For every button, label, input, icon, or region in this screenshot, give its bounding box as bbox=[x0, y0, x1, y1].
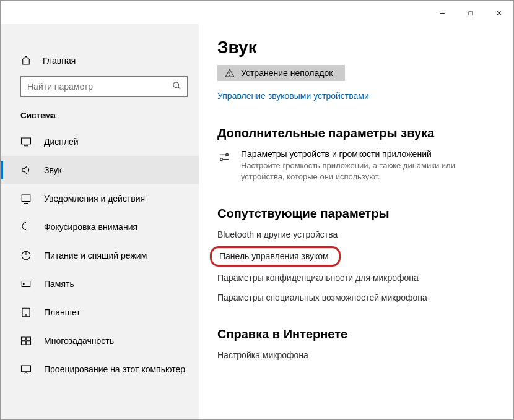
tablet-icon bbox=[20, 307, 32, 318]
svg-point-14 bbox=[226, 154, 229, 156]
focus-icon bbox=[20, 221, 32, 233]
sidebar-item-notifications[interactable]: Уведомления и действия bbox=[1, 184, 199, 213]
highlight-annotation: Панель управления звуком bbox=[210, 246, 341, 267]
home-icon bbox=[20, 55, 32, 66]
app-volume-link[interactable]: Параметры устройств и громкости приложен… bbox=[217, 149, 496, 182]
related-link-sound-control-panel[interactable]: Панель управления звуком bbox=[219, 251, 329, 261]
svg-point-7 bbox=[25, 315, 27, 316]
sliders-icon bbox=[217, 150, 231, 164]
svg-rect-8 bbox=[22, 337, 26, 340]
svg-point-15 bbox=[220, 158, 223, 161]
troubleshoot-button[interactable]: Устранение неполадок bbox=[217, 65, 345, 81]
sidebar-item-label: Дисплей bbox=[44, 137, 79, 147]
project-icon bbox=[20, 364, 32, 375]
sidebar-item-label: Планшет bbox=[44, 307, 81, 317]
svg-point-0 bbox=[173, 82, 179, 88]
help-heading: Справка в Интернете bbox=[217, 327, 496, 341]
storage-icon bbox=[20, 278, 32, 289]
sidebar-item-label: Память bbox=[44, 279, 74, 289]
related-link-mic-accessibility[interactable]: Параметры специальных возможностей микро… bbox=[217, 293, 496, 302]
svg-point-5 bbox=[23, 283, 24, 285]
advanced-heading: Дополнительные параметры звука bbox=[217, 126, 496, 140]
search-input[interactable] bbox=[20, 76, 188, 97]
sidebar-item-projecting[interactable]: Проецирование на этот компьютер bbox=[1, 355, 199, 384]
svg-rect-1 bbox=[22, 138, 31, 144]
related-link-mic-privacy[interactable]: Параметры конфиденциальности для микрофо… bbox=[217, 273, 496, 283]
close-button[interactable]: ✕ bbox=[485, 2, 513, 22]
page-title: Звук bbox=[217, 38, 496, 58]
svg-rect-11 bbox=[27, 341, 31, 345]
sound-icon bbox=[20, 165, 32, 176]
related-link-bluetooth[interactable]: Bluetooth и другие устройства bbox=[217, 229, 496, 239]
svg-point-13 bbox=[229, 75, 230, 75]
sidebar-item-sound[interactable]: Звук bbox=[1, 156, 199, 184]
home-link[interactable]: Главная bbox=[1, 49, 199, 72]
sidebar-item-tablet[interactable]: Планшет bbox=[1, 298, 199, 327]
sidebar-item-label: Проецирование на этот компьютер bbox=[44, 364, 185, 374]
svg-rect-9 bbox=[27, 337, 31, 340]
svg-rect-2 bbox=[22, 195, 30, 202]
search-icon bbox=[172, 81, 181, 90]
sidebar-item-label: Фокусировка внимания bbox=[44, 222, 137, 232]
sidebar-item-label: Звук bbox=[44, 165, 62, 175]
power-icon bbox=[20, 250, 32, 261]
category-heading: Система bbox=[1, 97, 199, 127]
maximize-button[interactable]: ☐ bbox=[456, 2, 485, 22]
help-link-mic-setup[interactable]: Настройка микрофона bbox=[217, 350, 496, 360]
multitask-icon bbox=[20, 335, 32, 346]
svg-rect-10 bbox=[22, 341, 26, 345]
related-heading: Сопутствующие параметры bbox=[217, 207, 496, 221]
sidebar-item-label: Уведомления и действия bbox=[44, 194, 145, 204]
sidebar-item-label: Питание и спящий режим bbox=[44, 251, 147, 260]
sidebar-item-label: Многозадачность bbox=[44, 336, 114, 346]
sidebar-item-display[interactable]: Дисплей bbox=[1, 127, 199, 156]
manage-sound-devices-link[interactable]: Управление звуковыми устройствами bbox=[217, 91, 369, 101]
sidebar-item-power[interactable]: Питание и спящий режим bbox=[1, 241, 199, 270]
svg-rect-12 bbox=[22, 366, 31, 372]
app-volume-desc: Настройте громкость приложений, а также … bbox=[241, 160, 470, 182]
troubleshoot-label: Устранение неполадок bbox=[241, 68, 333, 78]
sidebar-item-storage[interactable]: Память bbox=[1, 270, 199, 298]
sidebar-item-focus[interactable]: Фокусировка внимания bbox=[1, 213, 199, 241]
app-volume-title: Параметры устройств и громкости приложен… bbox=[241, 149, 470, 159]
notify-icon bbox=[20, 193, 32, 204]
display-icon bbox=[20, 136, 32, 147]
home-label: Главная bbox=[43, 56, 76, 66]
warning-icon bbox=[225, 68, 235, 78]
minimize-button[interactable]: — bbox=[428, 2, 456, 22]
sidebar-item-multitasking[interactable]: Многозадачность bbox=[1, 327, 199, 355]
